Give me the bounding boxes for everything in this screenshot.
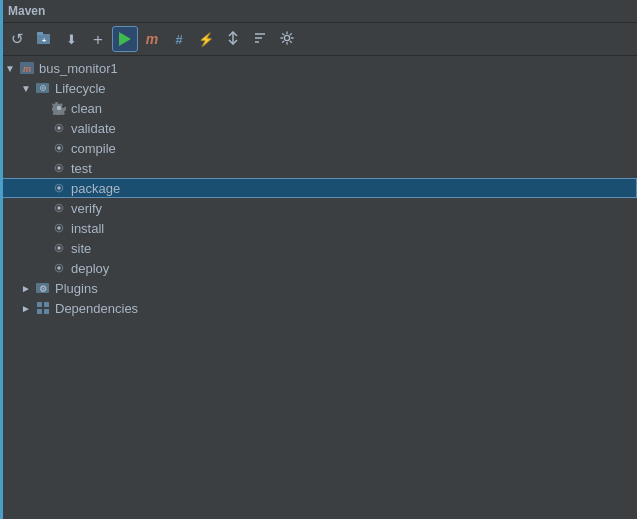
test-label: test: [71, 161, 637, 176]
root-label: bus_monitor1: [39, 61, 637, 76]
svg-point-13: [57, 146, 61, 150]
goal-install-item[interactable]: install: [0, 218, 637, 238]
plugins-expand-arrow: [18, 283, 34, 294]
execute-icon: ⚡: [198, 32, 214, 47]
sort-icon: [253, 31, 267, 48]
panel-title: Maven: [8, 4, 45, 18]
goal-install-icon: [50, 220, 68, 236]
add-button[interactable]: +: [85, 26, 111, 52]
tree-root-item[interactable]: m bus_monitor1: [0, 58, 637, 78]
goal-test-icon: [50, 160, 68, 176]
goal-verify-icon: [50, 200, 68, 216]
sort-button[interactable]: [247, 26, 273, 52]
install-label: install: [71, 221, 637, 236]
run-button[interactable]: [112, 26, 138, 52]
toggle-profiles-button[interactable]: #: [166, 26, 192, 52]
dependencies-label: Dependencies: [55, 301, 637, 316]
maven-panel: Maven ↺ + ⬇ +: [0, 0, 637, 519]
goal-deploy-item[interactable]: deploy: [0, 258, 637, 278]
goal-test-item[interactable]: test: [0, 158, 637, 178]
reorder-button[interactable]: [220, 26, 246, 52]
svg-point-17: [57, 226, 61, 230]
add-maven-icon: +: [36, 30, 52, 49]
goal-validate-item[interactable]: validate: [0, 118, 637, 138]
goal-package-icon: [50, 180, 68, 196]
goal-compile-item[interactable]: compile: [0, 138, 637, 158]
goal-deploy-icon: [50, 260, 68, 276]
goal-verify-item[interactable]: verify: [0, 198, 637, 218]
download-button[interactable]: ⬇: [58, 26, 84, 52]
goal-site-item[interactable]: site: [0, 238, 637, 258]
reorder-icon: [226, 31, 240, 48]
svg-point-19: [57, 266, 61, 270]
goal-compile-icon: [50, 140, 68, 156]
svg-rect-24: [37, 309, 42, 314]
add-icon: +: [93, 31, 103, 48]
dependencies-item[interactable]: Dependencies: [0, 298, 637, 318]
download-icon: ⬇: [66, 32, 77, 47]
lifecycle-label: Lifecycle: [55, 81, 637, 96]
svg-rect-22: [37, 302, 42, 307]
left-accent-bar: [0, 0, 3, 519]
maven-project-icon: m: [18, 60, 36, 76]
svg-point-18: [57, 246, 61, 250]
refresh-icon: ↺: [11, 30, 24, 48]
maven-icon: m: [146, 31, 158, 47]
root-expand-arrow: [2, 63, 18, 74]
svg-point-16: [57, 206, 61, 210]
svg-point-14: [57, 166, 61, 170]
plugins-item[interactable]: ⚙ Plugins: [0, 278, 637, 298]
svg-text:+: +: [42, 36, 47, 45]
settings-icon: [280, 31, 294, 48]
verify-label: verify: [71, 201, 637, 216]
lifecycle-expand-arrow: [18, 83, 34, 94]
add-maven-button[interactable]: +: [31, 26, 57, 52]
svg-point-15: [57, 186, 61, 190]
lifecycle-item[interactable]: Lifecycle: [0, 78, 637, 98]
compile-label: compile: [71, 141, 637, 156]
clean-label: clean: [71, 101, 637, 116]
refresh-button[interactable]: ↺: [4, 26, 30, 52]
goal-clean-icon: [50, 100, 68, 116]
plugins-label: Plugins: [55, 281, 637, 296]
maven-tree: m bus_monitor1 Lifecycle: [0, 56, 637, 519]
settings-button[interactable]: [274, 26, 300, 52]
svg-text:m: m: [23, 64, 31, 74]
package-label: package: [71, 181, 637, 196]
toolbar: ↺ + ⬇ + m: [0, 23, 637, 56]
svg-point-11: [42, 87, 44, 89]
svg-rect-25: [44, 309, 49, 314]
goal-validate-icon: [50, 120, 68, 136]
goal-site-icon: [50, 240, 68, 256]
goal-package-item[interactable]: package: [0, 178, 637, 198]
deploy-label: deploy: [71, 261, 637, 276]
svg-rect-1: [37, 32, 43, 35]
lifecycle-icon: [34, 80, 52, 96]
plugins-icon: ⚙: [34, 280, 52, 296]
dependencies-icon: [34, 300, 52, 316]
run-icon: [119, 32, 131, 46]
validate-label: validate: [71, 121, 637, 136]
svg-point-12: [57, 126, 61, 130]
goal-clean-item[interactable]: clean: [0, 98, 637, 118]
panel-header: Maven: [0, 0, 637, 23]
dependencies-expand-arrow: [18, 303, 34, 314]
svg-rect-23: [44, 302, 49, 307]
execute-goal-button[interactable]: ⚡: [193, 26, 219, 52]
svg-text:⚙: ⚙: [39, 284, 47, 294]
toggle-profiles-icon: #: [175, 32, 182, 47]
site-label: site: [71, 241, 637, 256]
maven-settings-button[interactable]: m: [139, 26, 165, 52]
